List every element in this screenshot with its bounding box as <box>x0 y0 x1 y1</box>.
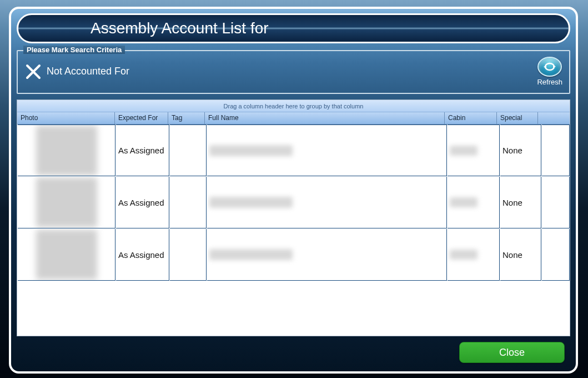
col-header-fullname[interactable]: Full Name <box>205 112 445 124</box>
cabin-placeholder <box>450 250 478 260</box>
col-header-extra[interactable] <box>538 112 570 124</box>
cell-expected: As Assigned <box>116 229 169 281</box>
column-header-row: Photo Expected For Tag Full Name Cabin S… <box>17 112 570 125</box>
cell-tag <box>170 177 207 228</box>
group-by-bar[interactable]: Drag a column header here to group by th… <box>17 100 570 112</box>
dialog-window: Assembly Account List for Please Mark Se… <box>9 7 578 374</box>
data-grid: Drag a column header here to group by th… <box>17 100 570 336</box>
search-criteria-legend: Please Mark Search Criteria <box>23 46 125 54</box>
cell-special: None <box>500 229 541 281</box>
name-placeholder <box>209 197 293 208</box>
photo-placeholder <box>36 230 97 280</box>
x-icon <box>24 63 42 81</box>
cell-expected: As Assigned <box>116 125 169 176</box>
criteria-label: Not Accounted For <box>47 66 129 77</box>
cell-special: None <box>500 125 541 176</box>
title-bar: Assembly Account List for <box>17 13 570 43</box>
close-label: Close <box>499 347 525 359</box>
cell-tag <box>170 229 207 281</box>
cell-photo <box>18 125 115 176</box>
name-placeholder <box>209 249 293 260</box>
cell-photo <box>18 229 115 281</box>
cell-cabin <box>448 125 500 176</box>
cell-fullname <box>207 177 447 228</box>
table-row[interactable]: As Assigned None <box>17 229 570 281</box>
photo-placeholder <box>36 177 97 227</box>
cell-photo <box>18 177 115 228</box>
search-criteria-panel: Please Mark Search Criteria Not Accounte… <box>17 50 570 94</box>
table-row[interactable]: As Assigned None <box>17 177 570 229</box>
cell-tag <box>170 125 207 176</box>
grid-body[interactable]: As Assigned None As Assigned None As <box>17 125 570 336</box>
cell-cabin <box>448 177 500 228</box>
col-header-expected[interactable]: Expected For <box>115 112 168 124</box>
cell-extra <box>542 177 570 228</box>
cell-extra <box>542 229 570 281</box>
group-hint-text: Drag a column header here to group by th… <box>224 103 364 110</box>
col-header-cabin[interactable]: Cabin <box>445 112 497 124</box>
col-header-special[interactable]: Special <box>497 112 538 124</box>
photo-placeholder <box>36 126 97 176</box>
cell-fullname <box>207 125 447 176</box>
col-header-photo[interactable]: Photo <box>17 112 115 124</box>
col-header-tag[interactable]: Tag <box>168 112 205 124</box>
refresh-block: Refresh <box>537 57 562 86</box>
cell-cabin <box>448 229 500 281</box>
close-button[interactable]: Close <box>459 342 565 363</box>
criteria-selected[interactable]: Not Accounted For <box>24 63 129 81</box>
name-placeholder <box>209 145 293 156</box>
cell-special: None <box>500 177 541 228</box>
cabin-placeholder <box>450 146 478 156</box>
cell-fullname <box>207 229 447 281</box>
refresh-button[interactable] <box>537 57 562 77</box>
cell-extra <box>542 125 570 176</box>
cabin-placeholder <box>450 197 478 207</box>
refresh-icon <box>542 61 557 72</box>
cell-expected: As Assigned <box>116 177 169 228</box>
page-title: Assembly Account List for <box>91 19 269 37</box>
refresh-label: Refresh <box>537 78 562 86</box>
table-row[interactable]: As Assigned None <box>17 125 570 177</box>
